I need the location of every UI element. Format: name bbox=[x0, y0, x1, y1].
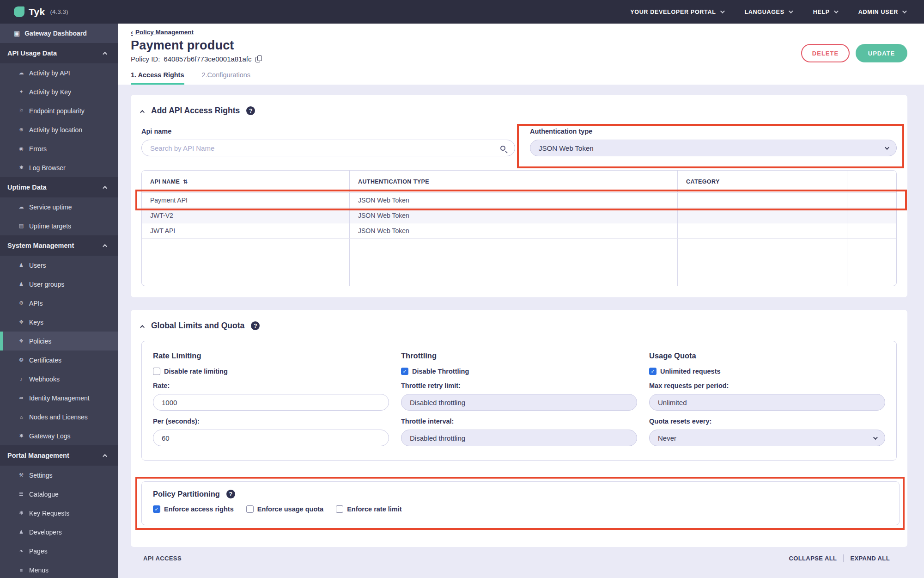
menu-help[interactable]: HELP bbox=[813, 9, 837, 15]
throttling-title: Throttling bbox=[401, 351, 637, 360]
throttle-interval-label: Throttle interval: bbox=[401, 418, 637, 425]
help-icon[interactable]: ? bbox=[246, 106, 255, 115]
back-arrow-icon: ‹ bbox=[131, 28, 133, 36]
sidebar-item-gateway-logs[interactable]: ✱ Gateway Logs bbox=[0, 426, 118, 445]
rate-limiting-title: Rate Limiting bbox=[153, 351, 389, 360]
menu-admin-user[interactable]: ADMIN USER bbox=[858, 9, 906, 15]
chevron-down-icon bbox=[789, 9, 793, 13]
cloud-icon: ☁ bbox=[18, 204, 25, 210]
api-name-label: Api name bbox=[141, 128, 515, 135]
gear-icon: ⚙ bbox=[18, 300, 25, 306]
checkbox-icon bbox=[336, 505, 343, 513]
flag-icon: ⚐ bbox=[18, 108, 25, 114]
key-icon: ✦ bbox=[18, 89, 25, 95]
menu-developer-portal[interactable]: YOUR DEVELOPER PORTAL bbox=[630, 9, 723, 15]
enforce-usage-quota-checkbox[interactable]: Enforce usage quota bbox=[246, 505, 323, 513]
sidebar-item-apis[interactable]: ⚙ APIs bbox=[0, 294, 118, 313]
error-icon: ◉ bbox=[18, 146, 25, 152]
sidebar-item-developers[interactable]: ♟ Developers bbox=[0, 523, 118, 541]
sidebar-section-system-management[interactable]: System Management bbox=[0, 235, 118, 256]
sidebar-section-api-usage-data[interactable]: API Usage Data bbox=[0, 43, 118, 63]
sidebar-item-catalogue[interactable]: ☰ Catalogue bbox=[0, 485, 118, 504]
api-access-section-label[interactable]: API ACCESS bbox=[143, 555, 182, 562]
bell-icon: ♪ bbox=[18, 376, 25, 382]
sidebar-item-user-groups[interactable]: ♟ User groups bbox=[0, 275, 118, 294]
sidebar-item-policies[interactable]: ❖ Policies bbox=[0, 332, 118, 350]
usage-quota-title: Usage Quota bbox=[649, 351, 885, 360]
access-rights-title: Add API Access Rights bbox=[151, 106, 240, 116]
expand-all-button[interactable]: EXPAND ALL bbox=[850, 555, 890, 562]
auth-type-select[interactable]: JSON Web Token bbox=[530, 140, 897, 156]
policy-id-value: 640857b6f773ce0001a81afc bbox=[164, 55, 251, 63]
search-icon[interactable] bbox=[500, 146, 505, 151]
limits-card: Global Limits and Quota ? Rate Limiting … bbox=[131, 310, 907, 547]
users-group-icon: ♟ bbox=[18, 281, 25, 287]
quota-resets-select[interactable]: Never bbox=[649, 430, 885, 446]
sidebar-item-errors[interactable]: ◉ Errors bbox=[0, 139, 118, 158]
tab-bar: 1. Access Rights 2.Configurations bbox=[131, 71, 250, 85]
max-requests-label: Max requests per period: bbox=[649, 382, 885, 389]
sidebar-item-pages[interactable]: ❧ Pages bbox=[0, 541, 118, 560]
collapse-all-button[interactable]: COLLAPSE ALL bbox=[789, 555, 837, 562]
chevron-down-icon bbox=[834, 9, 839, 13]
sidebar-item-gateway-dashboard[interactable]: ▣ Gateway Dashboard bbox=[0, 24, 118, 43]
sidebar-item-webhooks[interactable]: ♪ Webhooks bbox=[0, 369, 118, 388]
sidebar-item-nodes-and-licenses[interactable]: ⌂ Nodes and Licenses bbox=[0, 407, 118, 426]
sidebar-item-activity-by-api[interactable]: ☁ Activity by API bbox=[0, 63, 118, 82]
table-row[interactable]: JWT API JSON Web Token bbox=[142, 223, 896, 238]
per-seconds-label: Per (seconds): bbox=[153, 418, 389, 425]
collapse-chevron-icon[interactable] bbox=[140, 325, 145, 330]
page-header: ‹ Policy Management Payment product Poli… bbox=[118, 24, 924, 85]
chevron-down-icon bbox=[720, 9, 724, 13]
rate-input[interactable] bbox=[162, 399, 380, 406]
network-icon: ✥ bbox=[18, 319, 25, 325]
sidebar-item-activity-by-key[interactable]: ✦ Activity by Key bbox=[0, 82, 118, 101]
chevron-up-icon bbox=[103, 244, 107, 248]
sidebar-item-endpoint-popularity[interactable]: ⚐ Endpoint popularity bbox=[0, 101, 118, 120]
sidebar-item-activity-by-location[interactable]: ⊕ Activity by location bbox=[0, 120, 118, 139]
sidebar-item-settings[interactable]: ⚒ Settings bbox=[0, 466, 118, 485]
sort-icon[interactable]: ⇅ bbox=[183, 178, 188, 185]
chevron-down-icon bbox=[885, 145, 889, 150]
copy-icon[interactable] bbox=[255, 55, 262, 63]
sidebar-item-identity-management[interactable]: ➦ Identity Management bbox=[0, 388, 118, 407]
enforce-access-rights-checkbox[interactable]: ✓ Enforce access rights bbox=[153, 505, 234, 513]
table-row[interactable]: Payment API JSON Web Token bbox=[142, 192, 896, 208]
breadcrumb[interactable]: ‹ Policy Management bbox=[131, 28, 194, 36]
sidebar-section-uptime-data[interactable]: Uptime Data bbox=[0, 177, 118, 197]
sidebar-item-key-requests[interactable]: ❃ Key Requests bbox=[0, 504, 118, 523]
sidebar-item-menus[interactable]: ≡ Menus bbox=[0, 560, 118, 578]
sidebar-item-users[interactable]: ♟ Users bbox=[0, 256, 118, 275]
sidebar-item-log-browser[interactable]: ✱ Log Browser bbox=[0, 158, 118, 177]
sidebar-item-keys[interactable]: ✥ Keys bbox=[0, 313, 118, 332]
help-icon[interactable]: ? bbox=[226, 490, 235, 498]
main-content: ‹ Policy Management Payment product Poli… bbox=[118, 0, 924, 578]
bank-icon: ⌂ bbox=[18, 414, 25, 420]
disable-throttling-checkbox[interactable]: ✓ Disable Throttling bbox=[401, 368, 637, 375]
api-search-input[interactable] bbox=[150, 144, 500, 152]
collapse-chevron-icon[interactable] bbox=[140, 110, 145, 115]
bottom-bar: API ACCESS COLLAPSE ALL EXPAND ALL bbox=[131, 547, 907, 562]
unlimited-requests-checkbox[interactable]: ✓ Unlimited requests bbox=[649, 368, 885, 375]
tab-access-rights[interactable]: 1. Access Rights bbox=[131, 71, 184, 85]
chevron-up-icon bbox=[103, 185, 107, 190]
disable-rate-limiting-checkbox[interactable]: Disable rate limiting bbox=[153, 368, 389, 375]
sidebar-item-service-uptime[interactable]: ☁ Service uptime bbox=[0, 197, 118, 216]
menu-languages[interactable]: LANGUAGES bbox=[745, 9, 792, 15]
delete-button[interactable]: DELETE bbox=[801, 44, 850, 62]
globe-icon: ⊕ bbox=[18, 127, 25, 133]
per-seconds-input[interactable] bbox=[162, 434, 380, 442]
table-row[interactable]: JWT-V2 JSON Web Token bbox=[142, 208, 896, 223]
paw-icon: ❃ bbox=[18, 510, 25, 516]
tyk-logo[interactable]: Tyk (4.3.3) bbox=[14, 6, 68, 18]
limits-title: Global Limits and Quota bbox=[151, 321, 244, 331]
help-icon[interactable]: ? bbox=[251, 321, 260, 330]
sidebar-item-certificates[interactable]: ❂ Certificates bbox=[0, 350, 118, 369]
enforce-rate-limit-checkbox[interactable]: Enforce rate limit bbox=[336, 505, 401, 513]
update-button[interactable]: UPDATE bbox=[856, 44, 907, 62]
access-rights-card: Add API Access Rights ? Api name Authent… bbox=[131, 95, 907, 297]
per-seconds-field bbox=[153, 430, 389, 446]
sidebar-section-portal-management[interactable]: Portal Management bbox=[0, 445, 118, 466]
sidebar-item-uptime-targets[interactable]: ▤ Uptime targets bbox=[0, 216, 118, 235]
tab-configurations[interactable]: 2.Configurations bbox=[202, 71, 251, 85]
